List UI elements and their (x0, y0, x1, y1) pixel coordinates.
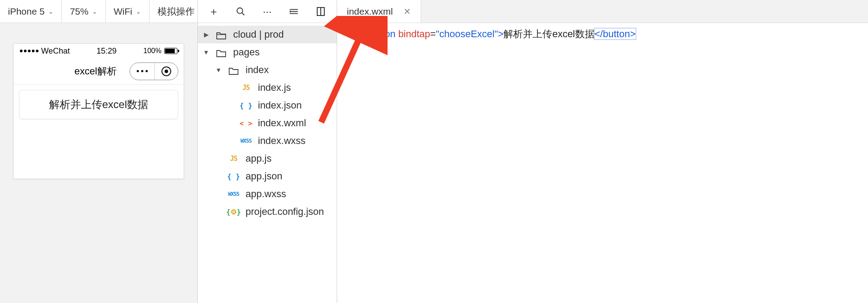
disclosure-down-icon: ▼ (215, 66, 222, 74)
tree-node-label: index.wxml (258, 117, 306, 129)
search-icon (236, 7, 246, 16)
simulator-pane: WeChat 15:29 100% excel解析 解析并上传excel数据 (0, 23, 197, 303)
tree-node-pages[interactable]: ▼pages (198, 43, 337, 61)
line-number: 1 (337, 27, 357, 41)
capsule-button[interactable] (130, 62, 178, 80)
tree-node-index-json[interactable]: { }index.json (198, 97, 337, 114)
collapse-icon (289, 8, 299, 16)
network-value: WiFi (114, 6, 132, 17)
tree-node-index-wxml[interactable]: < >index.wxml (198, 114, 337, 132)
nav-bar: excel解析 (14, 58, 184, 85)
device-name: iPhone 5 (8, 6, 45, 17)
tab-label: index.wxml (347, 6, 393, 17)
disclosure-down-icon: ▼ (203, 49, 209, 56)
network-selector[interactable]: WiFi ⌄ (106, 0, 150, 23)
signal-icon (20, 50, 38, 52)
tab-bar: index.wxml ✕ (337, 0, 868, 23)
split-icon (316, 7, 325, 16)
tab-index-wxml[interactable]: index.wxml ✕ (337, 0, 421, 23)
tree-node-label: index.wxss (258, 135, 306, 147)
tree-node-index[interactable]: ▼index (198, 61, 337, 79)
page-title: excel解析 (61, 65, 130, 78)
tree-node-app-wxss[interactable]: WXSSapp.wxss (198, 185, 337, 203)
chevron-down-icon: ⌄ (92, 8, 97, 15)
code-line-1[interactable]: <button bindtap="chooseExcel">解析并上传excel… (363, 27, 636, 303)
upload-excel-button[interactable]: 解析并上传excel数据 (19, 90, 178, 119)
device-selector[interactable]: iPhone 5 ⌄ (0, 0, 62, 23)
carrier-label: WeChat (41, 47, 70, 56)
tree-node-index-wxss[interactable]: WXSSindex.wxss (198, 132, 337, 150)
tree-node-cloud-prod[interactable]: ▶cloud | prod (198, 26, 337, 43)
tree-node-app-json[interactable]: { }app.json (198, 167, 337, 185)
file-tree[interactable]: ▶cloud | prod▼pages▼indexJSindex.js{ }in… (198, 23, 337, 223)
more-icon[interactable] (130, 63, 155, 80)
status-bar: WeChat 15:29 100% (14, 44, 184, 58)
collapse-button[interactable] (285, 3, 303, 20)
phone-frame: WeChat 15:29 100% excel解析 解析并上传excel数据 (13, 43, 184, 179)
disclosure-right-icon: ▶ (203, 31, 209, 38)
code-editor[interactable]: 1 <button bindtap="chooseExcel">解析并上传exc… (337, 23, 868, 303)
clock-label: 15:29 (96, 47, 116, 56)
svg-point-0 (237, 8, 242, 13)
explorer-pane: ＋ ··· ▶cloud | prod▼pages▼indexJSindex.j… (197, 0, 337, 303)
split-button[interactable] (312, 3, 330, 20)
tree-node-label: app.json (246, 171, 282, 182)
line-gutter: 1 (337, 27, 363, 303)
more-button[interactable]: ··· (258, 3, 276, 20)
app-body: 解析并上传excel数据 (14, 85, 184, 124)
battery-pct: 100% (143, 47, 161, 55)
close-target-icon[interactable] (155, 66, 178, 76)
svg-line-1 (242, 12, 244, 15)
tree-node-label: index (246, 64, 269, 76)
zoom-value: 75% (70, 6, 88, 17)
explorer-toolbar: ＋ ··· (198, 0, 337, 23)
tree-node-label: index.json (258, 100, 302, 111)
tree-node-label: project.config.json (246, 206, 324, 218)
close-tab-icon[interactable]: ✕ (403, 6, 411, 17)
tree-node-project-config-json[interactable]: {⚙}project.config.json (198, 203, 337, 221)
chevron-down-icon: ⌄ (136, 8, 141, 15)
editor-pane: index.wxml ✕ 1 <button bindtap="chooseEx… (337, 0, 868, 303)
search-button[interactable] (232, 3, 250, 20)
tree-node-label: cloud | prod (233, 29, 284, 40)
tree-node-app-js[interactable]: JSapp.js (198, 150, 337, 167)
tree-node-label: index.js (258, 82, 291, 93)
add-file-button[interactable]: ＋ (205, 3, 223, 20)
tree-node-label: pages (233, 47, 260, 58)
chevron-down-icon: ⌄ (48, 8, 54, 15)
tree-node-label: app.js (246, 153, 272, 164)
zoom-selector[interactable]: 75% ⌄ (62, 0, 106, 23)
sim-actions-label: 模拟操作 (157, 5, 195, 18)
tree-node-label: app.wxss (246, 188, 286, 200)
battery-icon (164, 48, 177, 54)
tree-node-index-js[interactable]: JSindex.js (198, 79, 337, 97)
